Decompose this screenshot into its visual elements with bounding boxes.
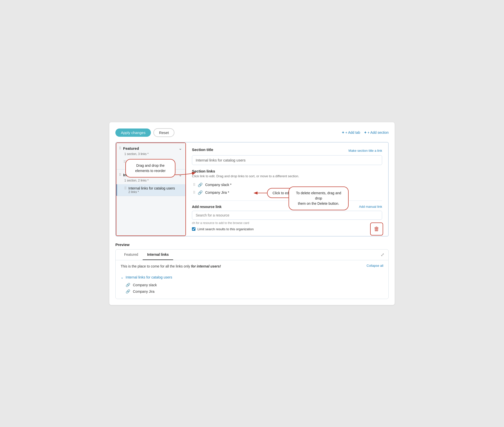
delete-button[interactable]: 🗑 (370, 222, 383, 236)
preview-tabs-left: Featured Internal links (120, 250, 173, 260)
drag-handle-catalog[interactable]: ⠿ (124, 186, 126, 190)
add-resource-label: Add resource link (192, 205, 221, 209)
checkbox-row: Limit search results to this organizatio… (192, 227, 382, 231)
preview-tabs: Featured Internal links ⤢ (116, 250, 388, 260)
section-links-label: Section links (192, 169, 382, 173)
add-manual-link-button[interactable]: Add manual link (359, 205, 382, 208)
tab-internal-links[interactable]: Internal links (143, 250, 173, 260)
preview-link-slack: 🔗 Company slack (121, 282, 383, 288)
section-title-row: Section title Make section title a link (192, 148, 382, 154)
subsection-meta-catalog: 2 links * (128, 190, 182, 194)
link-item-slack[interactable]: ⠿ 🔗 Company slack * (192, 181, 382, 189)
section-links-hint: Click link to edit. Drag and drop links … (192, 174, 382, 178)
add-tab-button[interactable]: + + Add tab (342, 130, 360, 135)
right-panel: Section title Make section title a link … (186, 142, 388, 236)
drag-handle-jira[interactable]: ⠿ (193, 190, 195, 194)
preview-link-jira: 🔗 Company Jira (121, 288, 383, 295)
preview-box: Featured Internal links ⤢ This is the pl… (115, 249, 389, 299)
reset-button[interactable]: Reset (153, 128, 174, 137)
search-resource-input[interactable] (192, 211, 382, 220)
subsection-content-catalog: Internal links for catalog users 2 links… (128, 186, 182, 194)
plus-icon: + (342, 130, 344, 135)
drag-handle-featured[interactable]: ⠿ (119, 146, 121, 150)
add-section-button[interactable]: + + Add section (364, 130, 389, 135)
search-hint: ch for a resource to add to the browse c… (192, 221, 382, 225)
section-title-label: Section title (192, 148, 213, 152)
drag-reorder-callout: Drag and drop theelements to reorder (125, 159, 175, 178)
sidebar: ⠿ Featured ⌄ 1 section, 3 links * ⠿ Tabl… (116, 142, 186, 236)
section-title-featured: Featured (123, 146, 177, 150)
link-icon-jira: 🔗 (198, 190, 203, 195)
add-resource-row: Add resource link Add manual link (192, 205, 382, 209)
preview-link-text-jira: Company Jira (133, 290, 154, 294)
subsection-title-catalog: Internal links for catalog users (128, 186, 182, 190)
drag-arrow (175, 168, 200, 180)
trash-icon: 🗑 (374, 226, 379, 232)
section-meta-featured: 1 section, 3 links * (116, 152, 185, 158)
link-text-slack: Company slack * (205, 183, 231, 187)
section-title-input[interactable] (192, 155, 382, 165)
preview-label: Preview (115, 242, 389, 247)
preview-link-icon-jira: 🔗 (126, 289, 130, 294)
link-icon-slack: 🔗 (198, 182, 203, 187)
tab-featured[interactable]: Featured (120, 250, 143, 260)
sidebar-section-header-featured[interactable]: ⠿ Featured ⌄ (116, 143, 185, 152)
subsection-internal-catalog[interactable]: ⠿ Internal links for catalog users 2 lin… (116, 184, 185, 196)
limit-search-checkbox[interactable] (192, 227, 195, 231)
preview-section: Preview Featured Internal links ⤢ This i… (115, 242, 389, 299)
toolbar: Apply changes Reset + + Add tab + + Add … (115, 128, 389, 137)
preview-subsection-header: ⌄ Internal links for catalog users (121, 275, 383, 279)
plus-icon-2: + (364, 130, 366, 135)
make-link-button[interactable]: Make section title a link (349, 149, 382, 152)
preview-content: This is the place to come for all the li… (116, 260, 388, 299)
drag-handle-internal[interactable]: ⠿ (119, 173, 121, 177)
checkbox-label: Limit search results to this organizatio… (197, 227, 254, 231)
drag-handle-slack[interactable]: ⠿ (193, 183, 195, 187)
preview-link-text-slack: Company slack (133, 283, 157, 287)
preview-link-icon-slack: 🔗 (126, 283, 130, 287)
delete-hint-callout: To delete elements, drag and dropthem on… (289, 186, 349, 210)
expand-icon[interactable]: ⤢ (381, 252, 384, 258)
add-resource-section: Add resource link Add manual link ch for… (192, 200, 382, 231)
link-section: ⠿ 🔗 Company slack * ⠿ 🔗 Company Jira * C… (192, 181, 382, 196)
apply-changes-button[interactable]: Apply changes (115, 128, 151, 137)
toolbar-left: Apply changes Reset (115, 128, 174, 137)
preview-subsection-title: Internal links for catalog users (126, 275, 172, 279)
chevron-featured: ⌄ (179, 146, 182, 151)
link-text-jira: Company Jira * (205, 190, 229, 194)
toolbar-right: + + Add tab + + Add section (342, 130, 389, 135)
collapse-all-button[interactable]: Collapse all (367, 264, 383, 268)
chevron-down-icon: ⌄ (121, 275, 124, 279)
preview-description: This is the place to come for all the li… (121, 264, 221, 268)
